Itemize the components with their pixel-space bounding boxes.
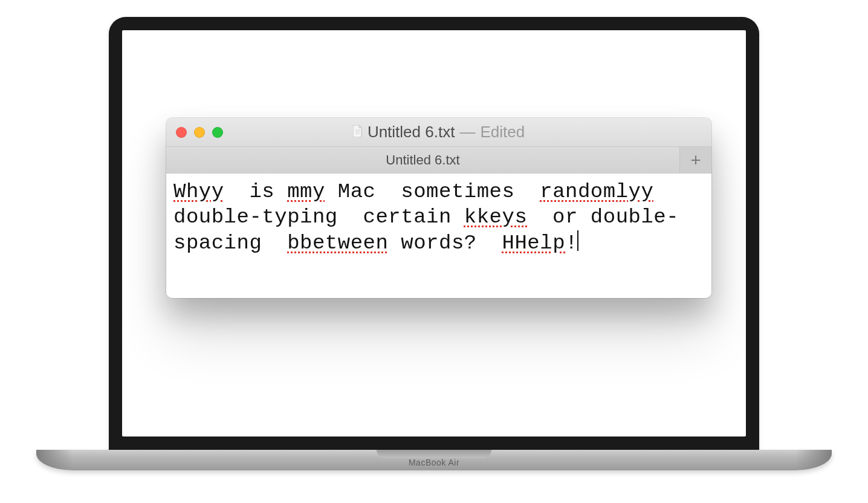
text-run[interactable]: words?: [388, 232, 502, 255]
text-run[interactable]: !: [565, 232, 578, 255]
window-title-filename: Untitled 6.txt: [368, 123, 455, 141]
misspelled-word[interactable]: mmy: [287, 180, 325, 203]
misspelled-word[interactable]: HHelp: [502, 232, 566, 255]
laptop-bezel: Untitled 6.txt — Edited Untitled 6.txt +…: [109, 17, 759, 450]
misspelled-word[interactable]: randomlyy: [540, 180, 653, 203]
laptop-screen: Untitled 6.txt — Edited Untitled 6.txt +…: [122, 30, 746, 436]
minimize-button[interactable]: [194, 127, 205, 138]
new-tab-button[interactable]: +: [680, 147, 711, 173]
window-title: Untitled 6.txt — Edited: [166, 123, 711, 141]
laptop-model-label: MacBook Air: [409, 458, 459, 467]
misspelled-word[interactable]: kkeys: [464, 206, 528, 229]
close-button[interactable]: [176, 127, 187, 138]
tab-bar: Untitled 6.txt +: [166, 147, 711, 174]
window-titlebar[interactable]: Untitled 6.txt — Edited: [166, 118, 711, 147]
text-cursor: [577, 230, 578, 251]
misspelled-word[interactable]: bbetween: [287, 232, 388, 255]
plus-icon: +: [690, 151, 701, 169]
traffic-lights: [176, 127, 223, 138]
maximize-button[interactable]: [212, 127, 223, 138]
laptop-base: MacBook Air: [36, 450, 832, 470]
text-run[interactable]: is: [224, 180, 288, 203]
tab-label: Untitled 6.txt: [386, 152, 459, 168]
document-icon: [353, 123, 363, 141]
text-run[interactable]: Mac sometimes: [325, 180, 540, 203]
text-editor-area[interactable]: Whyy is mmy Mac sometimes randomlyy doub…: [166, 174, 711, 298]
textedit-window: Untitled 6.txt — Edited Untitled 6.txt +…: [166, 118, 711, 298]
laptop-notch: [377, 450, 491, 458]
window-title-status: Edited: [480, 123, 525, 141]
window-title-separator: —: [459, 123, 475, 141]
misspelled-word[interactable]: Whyy: [173, 180, 224, 203]
tab-untitled-6[interactable]: Untitled 6.txt: [166, 147, 680, 173]
